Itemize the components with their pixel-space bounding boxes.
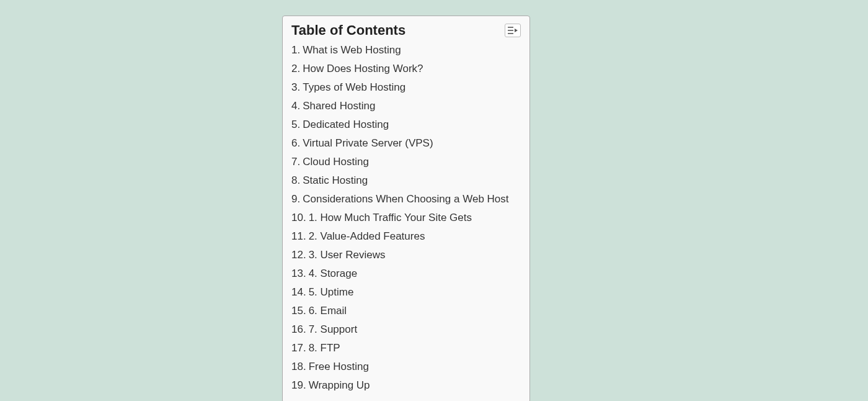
toc-collapse-icon <box>507 26 518 35</box>
toc-item-label: Static Hosting <box>303 174 368 186</box>
toc-item[interactable]: 5. Uptime <box>291 283 521 302</box>
toc-title: Table of Contents <box>291 22 405 38</box>
toc-item-label: What is Web Hosting <box>303 44 401 56</box>
toc-item[interactable]: Dedicated Hosting <box>291 115 521 134</box>
toc-toggle-button[interactable] <box>505 24 521 37</box>
toc-item[interactable]: 7. Support <box>291 320 521 339</box>
toc-item[interactable]: Cloud Hosting <box>291 153 521 171</box>
toc-item-label: 1. How Much Traffic Your Site Gets <box>309 212 472 223</box>
toc-item[interactable]: 2. Value-Added Features <box>291 227 521 246</box>
toc-item[interactable]: 3. User Reviews <box>291 246 521 264</box>
toc-header: Table of Contents <box>291 22 521 38</box>
toc-item-label: 4. Storage <box>309 268 357 279</box>
toc-item[interactable]: Types of Web Hosting <box>291 78 521 97</box>
toc-item-label: 2. Value-Added Features <box>309 230 425 242</box>
toc-item-label: Wrapping Up <box>309 379 370 391</box>
toc-item[interactable]: Wrapping Up <box>291 376 521 395</box>
toc-item-label: 5. Uptime <box>309 286 354 298</box>
toc-item-label: Virtual Private Server (VPS) <box>303 137 433 149</box>
toc-item-label: Types of Web Hosting <box>303 81 405 93</box>
toc-item-label: 7. Support <box>309 323 357 335</box>
toc-item[interactable]: Virtual Private Server (VPS) <box>291 134 521 153</box>
toc-item[interactable]: Considerations When Choosing a Web Host <box>291 190 521 209</box>
toc-item-label: 6. Email <box>309 305 347 317</box>
toc-item-label: Free Hosting <box>309 361 369 372</box>
toc-item-label: 3. User Reviews <box>309 249 386 261</box>
toc-item-label: How Does Hosting Work? <box>303 63 423 74</box>
toc-item-label: Dedicated Hosting <box>303 119 389 130</box>
toc-item[interactable]: 6. Email <box>291 302 521 320</box>
toc-item-label: Shared Hosting <box>303 100 375 112</box>
toc-item[interactable]: 4. Storage <box>291 264 521 283</box>
svg-marker-3 <box>515 29 518 32</box>
toc-item[interactable]: 8. FTP <box>291 339 521 358</box>
toc-item[interactable]: 1. How Much Traffic Your Site Gets <box>291 209 521 227</box>
toc-item[interactable]: Static Hosting <box>291 171 521 190</box>
toc-item[interactable]: Shared Hosting <box>291 97 521 115</box>
toc-item-label: 8. FTP <box>309 342 340 354</box>
table-of-contents-card: Table of Contents What is Web Hosting Ho… <box>282 16 530 401</box>
toc-list: What is Web Hosting How Does Hosting Wor… <box>291 41 521 395</box>
toc-item[interactable]: Free Hosting <box>291 358 521 376</box>
toc-item-label: Considerations When Choosing a Web Host <box>303 193 508 205</box>
toc-item-label: Cloud Hosting <box>303 156 369 168</box>
toc-item[interactable]: How Does Hosting Work? <box>291 60 521 78</box>
toc-item[interactable]: What is Web Hosting <box>291 41 521 60</box>
